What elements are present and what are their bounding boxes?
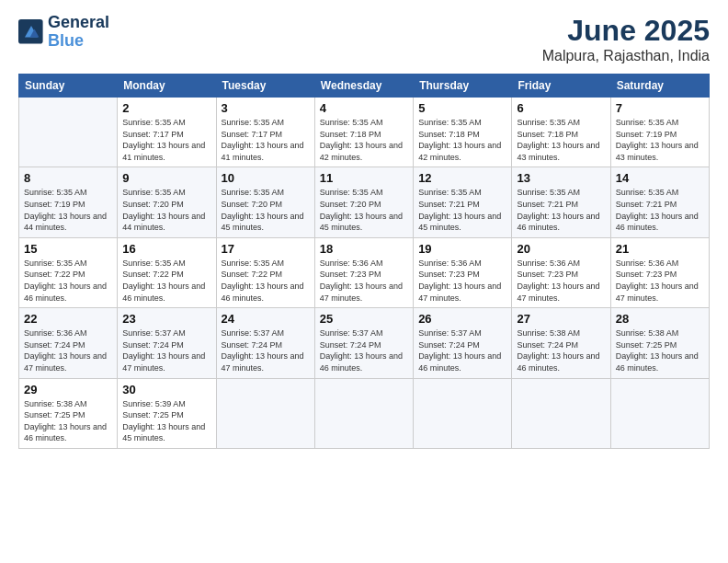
calendar-table: Sunday Monday Tuesday Wednesday Thursday… [18, 74, 710, 449]
day-number: 3 [222, 101, 310, 115]
day-info: Sunrise: 5:35 AMSunset: 7:22 PMDaylight:… [24, 258, 112, 304]
header: General Blue June 2025 Malpura, Rajastha… [18, 14, 710, 64]
day-info: Sunrise: 5:35 AMSunset: 7:19 PMDaylight:… [616, 117, 704, 163]
day-number: 10 [222, 171, 310, 185]
col-saturday: Saturday [610, 75, 709, 98]
calendar-body: 2Sunrise: 5:35 AMSunset: 7:17 PMDaylight… [19, 98, 710, 449]
day-info: Sunrise: 5:35 AMSunset: 7:17 PMDaylight:… [122, 117, 210, 163]
calendar-cell: 23Sunrise: 5:37 AMSunset: 7:24 PMDayligh… [118, 308, 216, 378]
day-info: Sunrise: 5:37 AMSunset: 7:24 PMDaylight:… [418, 327, 506, 373]
calendar-row: 29Sunrise: 5:38 AMSunset: 7:25 PMDayligh… [19, 378, 710, 448]
day-info: Sunrise: 5:35 AMSunset: 7:20 PMDaylight:… [222, 187, 310, 233]
day-number: 25 [320, 312, 408, 326]
day-number: 24 [222, 312, 310, 326]
logo-text: General Blue [48, 14, 109, 51]
day-info: Sunrise: 5:35 AMSunset: 7:21 PMDaylight:… [616, 187, 704, 233]
calendar-cell: 11Sunrise: 5:35 AMSunset: 7:20 PMDayligh… [314, 167, 413, 237]
calendar-row: 2Sunrise: 5:35 AMSunset: 7:17 PMDaylight… [19, 98, 710, 167]
calendar-cell: 4Sunrise: 5:35 AMSunset: 7:18 PMDaylight… [314, 98, 413, 167]
day-info: Sunrise: 5:36 AMSunset: 7:23 PMDaylight:… [616, 258, 704, 304]
col-tuesday: Tuesday [216, 75, 314, 98]
day-info: Sunrise: 5:35 AMSunset: 7:17 PMDaylight:… [222, 117, 310, 163]
day-number: 20 [517, 242, 605, 256]
title-block: June 2025 Malpura, Rajasthan, India [542, 14, 710, 64]
calendar-cell: 14Sunrise: 5:35 AMSunset: 7:21 PMDayligh… [610, 167, 709, 237]
logo: General Blue [18, 14, 109, 51]
day-number: 27 [517, 312, 605, 326]
day-number: 4 [320, 101, 408, 115]
day-info: Sunrise: 5:37 AMSunset: 7:24 PMDaylight:… [222, 327, 310, 373]
calendar-row: 15Sunrise: 5:35 AMSunset: 7:22 PMDayligh… [19, 237, 710, 307]
calendar-cell: 30Sunrise: 5:39 AMSunset: 7:25 PMDayligh… [118, 378, 216, 448]
calendar-cell: 29Sunrise: 5:38 AMSunset: 7:25 PMDayligh… [19, 378, 118, 448]
day-number: 26 [418, 312, 506, 326]
calendar-cell: 5Sunrise: 5:35 AMSunset: 7:18 PMDaylight… [414, 98, 512, 167]
page: General Blue June 2025 Malpura, Rajastha… [0, 0, 728, 563]
calendar-cell: 18Sunrise: 5:36 AMSunset: 7:23 PMDayligh… [314, 237, 413, 307]
day-number: 11 [320, 171, 408, 185]
calendar-cell: 2Sunrise: 5:35 AMSunset: 7:17 PMDaylight… [118, 98, 216, 167]
day-info: Sunrise: 5:39 AMSunset: 7:25 PMDaylight:… [122, 398, 210, 444]
day-number: 7 [616, 101, 704, 115]
calendar-cell: 7Sunrise: 5:35 AMSunset: 7:19 PMDaylight… [610, 98, 709, 167]
logo-line2: Blue [48, 32, 109, 51]
day-info: Sunrise: 5:35 AMSunset: 7:20 PMDaylight:… [320, 187, 408, 233]
day-number: 15 [24, 242, 112, 256]
day-info: Sunrise: 5:36 AMSunset: 7:23 PMDaylight:… [418, 258, 506, 304]
calendar-header-row: Sunday Monday Tuesday Wednesday Thursday… [19, 75, 710, 98]
col-wednesday: Wednesday [314, 75, 413, 98]
calendar-row: 22Sunrise: 5:36 AMSunset: 7:24 PMDayligh… [19, 308, 710, 378]
calendar-cell: 24Sunrise: 5:37 AMSunset: 7:24 PMDayligh… [216, 308, 314, 378]
logo-line1: General [48, 14, 109, 32]
calendar-cell: 15Sunrise: 5:35 AMSunset: 7:22 PMDayligh… [19, 237, 118, 307]
calendar-cell: 9Sunrise: 5:35 AMSunset: 7:20 PMDaylight… [118, 167, 216, 237]
page-title: June 2025 [542, 14, 710, 48]
col-monday: Monday [118, 75, 216, 98]
day-number: 28 [616, 312, 704, 326]
calendar-cell: 8Sunrise: 5:35 AMSunset: 7:19 PMDaylight… [19, 167, 118, 237]
day-number: 2 [122, 101, 210, 115]
calendar-cell: 16Sunrise: 5:35 AMSunset: 7:22 PMDayligh… [118, 237, 216, 307]
day-info: Sunrise: 5:36 AMSunset: 7:23 PMDaylight:… [517, 258, 605, 304]
day-info: Sunrise: 5:35 AMSunset: 7:21 PMDaylight:… [517, 187, 605, 233]
calendar-cell: 28Sunrise: 5:38 AMSunset: 7:25 PMDayligh… [610, 308, 709, 378]
day-number: 19 [418, 242, 506, 256]
col-sunday: Sunday [19, 75, 118, 98]
day-info: Sunrise: 5:35 AMSunset: 7:18 PMDaylight:… [517, 117, 605, 163]
calendar-cell: 27Sunrise: 5:38 AMSunset: 7:24 PMDayligh… [512, 308, 610, 378]
calendar-cell: 17Sunrise: 5:35 AMSunset: 7:22 PMDayligh… [216, 237, 314, 307]
calendar-cell: 21Sunrise: 5:36 AMSunset: 7:23 PMDayligh… [610, 237, 709, 307]
day-info: Sunrise: 5:35 AMSunset: 7:20 PMDaylight:… [122, 187, 210, 233]
day-number: 16 [122, 242, 210, 256]
day-info: Sunrise: 5:35 AMSunset: 7:19 PMDaylight:… [24, 187, 112, 233]
day-number: 21 [616, 242, 704, 256]
day-number: 12 [418, 171, 506, 185]
day-number: 6 [517, 101, 605, 115]
calendar-cell [216, 378, 314, 448]
day-info: Sunrise: 5:35 AMSunset: 7:18 PMDaylight:… [320, 117, 408, 163]
calendar-cell: 12Sunrise: 5:35 AMSunset: 7:21 PMDayligh… [414, 167, 512, 237]
day-number: 22 [24, 312, 112, 326]
day-info: Sunrise: 5:35 AMSunset: 7:18 PMDaylight:… [418, 117, 506, 163]
calendar-cell: 19Sunrise: 5:36 AMSunset: 7:23 PMDayligh… [414, 237, 512, 307]
day-number: 8 [24, 171, 112, 185]
day-number: 23 [122, 312, 210, 326]
col-thursday: Thursday [414, 75, 512, 98]
calendar-cell [512, 378, 610, 448]
calendar-cell [19, 98, 118, 167]
day-number: 9 [122, 171, 210, 185]
calendar-cell [414, 378, 512, 448]
calendar-cell: 3Sunrise: 5:35 AMSunset: 7:17 PMDaylight… [216, 98, 314, 167]
day-info: Sunrise: 5:35 AMSunset: 7:21 PMDaylight:… [418, 187, 506, 233]
day-number: 5 [418, 101, 506, 115]
day-info: Sunrise: 5:37 AMSunset: 7:24 PMDaylight:… [122, 327, 210, 373]
calendar-cell: 6Sunrise: 5:35 AMSunset: 7:18 PMDaylight… [512, 98, 610, 167]
day-number: 30 [122, 383, 210, 396]
day-number: 14 [616, 171, 704, 185]
day-number: 29 [24, 383, 112, 396]
logo-icon [18, 19, 44, 45]
day-info: Sunrise: 5:35 AMSunset: 7:22 PMDaylight:… [222, 258, 310, 304]
day-info: Sunrise: 5:36 AMSunset: 7:23 PMDaylight:… [320, 258, 408, 304]
calendar-cell [314, 378, 413, 448]
calendar-row: 8Sunrise: 5:35 AMSunset: 7:19 PMDaylight… [19, 167, 710, 237]
